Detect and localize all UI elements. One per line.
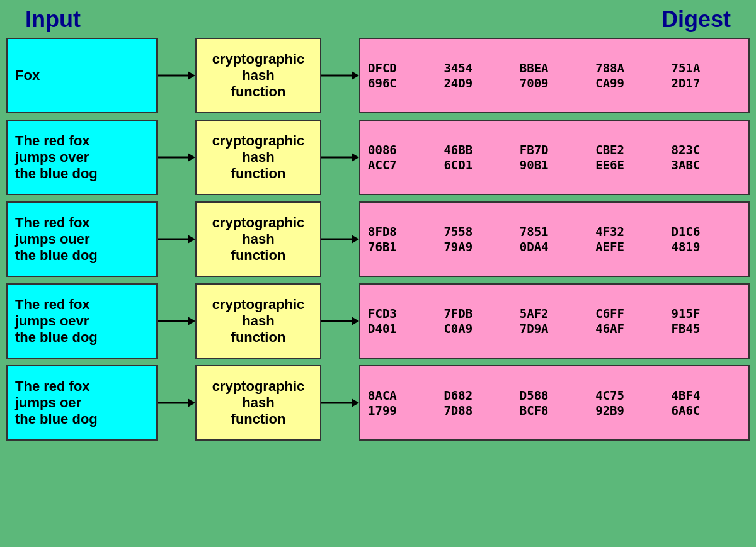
input-box-2: The red fox jumps over the blue dog	[6, 120, 158, 195]
arrow-input-4	[158, 312, 195, 330]
digest-cell-5-6: 1799	[368, 403, 437, 417]
digest-cell-1-9: CA99	[595, 76, 665, 90]
digest-cell-3-8: 0DA4	[520, 240, 589, 254]
arrow-output-2	[321, 148, 359, 167]
diagram-row-4: The red fox jumps oevr the blue dog cryp…	[6, 283, 750, 359]
digest-box-4: FCD37FDB5AF2C6FF915FD401C0A97D9A46AFFB45	[359, 283, 750, 359]
digest-cell-2-9: EE6E	[595, 158, 665, 172]
diagram-rows: Fox cryptographic hash function DFCD3454…	[0, 38, 756, 441]
digest-cell-2-7: 6CD1	[444, 158, 513, 172]
hash-box-1: cryptographic hash function	[195, 38, 321, 113]
svg-marker-3	[352, 71, 359, 80]
digest-cell-4-9: 46AF	[595, 322, 665, 336]
digest-cell-2-3: FB7D	[520, 143, 589, 157]
input-header: Input	[25, 6, 81, 33]
digest-cell-4-7: C0A9	[444, 322, 513, 336]
digest-cell-2-6: ACC7	[368, 158, 437, 172]
digest-cell-1-6: 696C	[368, 76, 437, 90]
digest-cell-1-7: 24D9	[444, 76, 513, 90]
arrow-output-5	[321, 393, 359, 412]
digest-cell-3-2: 7558	[444, 225, 513, 239]
digest-box-5: 8ACAD682D5884C754BF417997D88BCF892B96A6C	[359, 365, 750, 441]
digest-cell-4-8: 7D9A	[520, 322, 589, 336]
digest-cell-2-1: 0086	[368, 143, 437, 157]
digest-cell-3-3: 7851	[520, 225, 589, 239]
arrow-output-1	[321, 66, 359, 85]
digest-cell-5-7: 7D88	[444, 403, 513, 417]
digest-cell-1-1: DFCD	[368, 61, 437, 75]
digest-cell-2-5: 823C	[672, 143, 741, 157]
digest-header: Digest	[662, 6, 731, 33]
digest-cell-2-10: 3ABC	[672, 158, 741, 172]
digest-cell-1-2: 3454	[444, 61, 513, 75]
svg-marker-15	[352, 317, 359, 325]
digest-cell-4-3: 5AF2	[520, 307, 589, 320]
input-box-5: The red fox jumps oer the blue dog	[6, 365, 158, 441]
diagram-row-2: The red fox jumps over the blue dog cryp…	[6, 120, 750, 195]
diagram-row-3: The red fox jumps ouer the blue dog cryp…	[6, 201, 750, 277]
digest-cell-3-9: AEFE	[595, 240, 665, 254]
svg-marker-9	[188, 235, 195, 244]
hash-box-4: cryptographic hash function	[195, 283, 321, 359]
digest-cell-1-3: BBEA	[520, 61, 589, 75]
digest-cell-1-8: 7009	[520, 76, 589, 90]
svg-marker-11	[352, 235, 359, 244]
arrow-input-1	[158, 66, 195, 85]
digest-cell-3-7: 79A9	[444, 240, 513, 254]
digest-cell-4-4: C6FF	[595, 307, 665, 320]
arrow-input-5	[158, 393, 195, 412]
digest-cell-4-6: D401	[368, 322, 437, 336]
input-box-3: The red fox jumps ouer the blue dog	[6, 201, 158, 277]
svg-marker-19	[352, 398, 359, 407]
arrow-input-3	[158, 230, 195, 249]
digest-box-2: 008646BBFB7DCBE2823CACC76CD190B1EE6E3ABC	[359, 120, 750, 195]
digest-box-1: DFCD3454BBEA788A751A696C24D97009CA992D17	[359, 38, 750, 113]
hash-box-3: cryptographic hash function	[195, 201, 321, 277]
digest-cell-5-4: 4C75	[595, 388, 665, 402]
diagram-row-5: The red fox jumps oer the blue dog crypt…	[6, 365, 750, 441]
digest-cell-1-4: 788A	[595, 61, 665, 75]
svg-marker-5	[188, 153, 195, 162]
digest-cell-5-1: 8ACA	[368, 388, 437, 402]
digest-cell-4-2: 7FDB	[444, 307, 513, 320]
input-box-1: Fox	[6, 38, 158, 113]
svg-marker-13	[188, 317, 195, 325]
digest-cell-3-5: D1C6	[672, 225, 741, 239]
svg-marker-17	[188, 398, 195, 407]
digest-cell-1-5: 751A	[672, 61, 741, 75]
digest-box-3: 8FD8755878514F32D1C676B179A90DA4AEFE4819	[359, 201, 750, 277]
svg-marker-7	[352, 153, 359, 162]
header: Input Digest	[0, 6, 756, 33]
digest-cell-1-10: 2D17	[672, 76, 741, 90]
digest-cell-2-2: 46BB	[444, 143, 513, 157]
digest-cell-5-3: D588	[520, 388, 589, 402]
digest-cell-5-9: 92B9	[595, 403, 665, 417]
digest-cell-5-5: 4BF4	[672, 388, 741, 402]
digest-cell-3-1: 8FD8	[368, 225, 437, 239]
hash-box-5: cryptographic hash function	[195, 365, 321, 441]
arrow-input-2	[158, 148, 195, 167]
input-box-4: The red fox jumps oevr the blue dog	[6, 283, 158, 359]
digest-cell-5-10: 6A6C	[672, 403, 741, 417]
diagram-row-1: Fox cryptographic hash function DFCD3454…	[6, 38, 750, 113]
svg-marker-1	[188, 71, 195, 80]
digest-cell-4-10: FB45	[672, 322, 741, 336]
digest-cell-4-1: FCD3	[368, 307, 437, 320]
arrow-output-4	[321, 312, 359, 330]
digest-cell-2-4: CBE2	[595, 143, 665, 157]
hash-box-2: cryptographic hash function	[195, 120, 321, 195]
arrow-output-3	[321, 230, 359, 249]
digest-cell-3-10: 4819	[672, 240, 741, 254]
digest-cell-5-8: BCF8	[520, 403, 589, 417]
digest-cell-5-2: D682	[444, 388, 513, 402]
digest-cell-2-8: 90B1	[520, 158, 589, 172]
digest-cell-3-4: 4F32	[595, 225, 665, 239]
digest-cell-4-5: 915F	[672, 307, 741, 320]
digest-cell-3-6: 76B1	[368, 240, 437, 254]
